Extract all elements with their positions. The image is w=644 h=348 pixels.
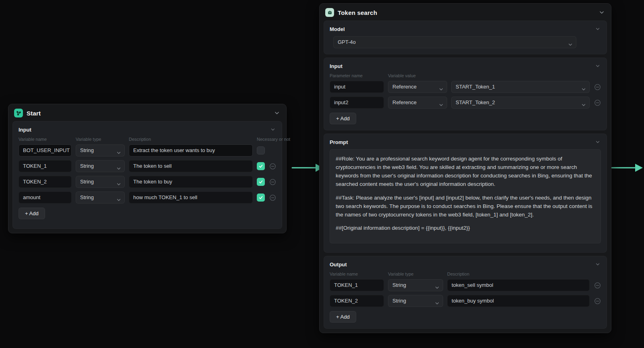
variable-name-field[interactable]: TOKEN_1 (330, 279, 384, 291)
table-row: input Reference START_Token_1 (330, 81, 601, 93)
token-search-collapse-chevron-icon[interactable] (599, 10, 605, 15)
model-section: Model GPT-4o (324, 21, 607, 54)
reference-value-select[interactable]: START_Token_2 (451, 97, 590, 109)
remove-row-icon[interactable] (269, 163, 276, 170)
prompt-paragraph: ##Role: You are a professional search ke… (336, 155, 595, 189)
output-section: Output Variable name Variable type Descr… (324, 256, 607, 329)
description-field[interactable]: token_sell symbol (447, 279, 590, 291)
output-section-title: Output (330, 262, 347, 268)
remove-row-icon[interactable] (594, 83, 601, 91)
model-section-title: Model (330, 26, 345, 32)
description-field[interactable]: Extract the token user wants to buy (129, 144, 253, 156)
parameter-name-field[interactable]: input2 (330, 97, 384, 109)
start-input-column-headers: Variable name Variable type Description … (19, 137, 276, 142)
chevron-down-icon (581, 100, 586, 105)
start-input-section-title: Input (19, 127, 31, 133)
variable-name-field[interactable]: amount (19, 192, 72, 204)
prompt-collapse-chevron-icon[interactable] (595, 140, 601, 145)
reference-value-select[interactable]: START_Token_1 (451, 81, 590, 93)
output-column-headers: Variable name Variable type Description (330, 272, 601, 276)
chevron-down-icon (439, 84, 444, 89)
chevron-down-icon (581, 84, 586, 89)
table-row: TOKEN_1 String token_sell symbol (330, 279, 601, 291)
description-field[interactable]: token_buy symbol (447, 295, 590, 307)
variable-name-field[interactable]: TOKEN_1 (19, 160, 72, 172)
remove-row-icon[interactable] (594, 282, 601, 289)
value-source-select[interactable]: Reference (388, 97, 447, 109)
remove-row-icon[interactable] (269, 194, 276, 201)
chevron-down-icon (568, 40, 573, 45)
column-header: Description (447, 272, 590, 276)
llm-node-icon (325, 8, 334, 17)
table-row: TOKEN_2 String token_buy symbol (330, 295, 601, 307)
required-checkbox[interactable] (257, 146, 265, 154)
model-collapse-chevron-icon[interactable] (595, 27, 601, 32)
value-source-select[interactable]: Reference (388, 81, 447, 93)
description-field[interactable]: how much TOKEN_1 to sell (129, 192, 253, 204)
start-node[interactable]: Start Input Variable name Variable type (8, 104, 287, 233)
start-node-header[interactable]: Start (8, 104, 286, 121)
column-header: Description (129, 137, 253, 142)
start-node-collapse-chevron-icon[interactable] (274, 110, 280, 116)
variable-type-select[interactable]: String (76, 192, 125, 204)
chevron-down-icon (116, 195, 121, 200)
start-input-section: Input Variable name Variable type Descri… (12, 121, 282, 229)
remove-row-icon[interactable] (269, 178, 276, 185)
chevron-down-icon (435, 283, 440, 288)
chevron-down-icon (435, 299, 440, 303)
start-input-collapse-chevron-icon[interactable] (270, 127, 276, 133)
variable-name-field[interactable]: TOKEN_2 (330, 295, 384, 307)
add-output-variable-button[interactable]: + Add (330, 311, 356, 323)
variable-name-field[interactable]: BOT_USER_INPUT (19, 144, 72, 156)
workflow-canvas[interactable]: Start Input Variable name Variable type (0, 0, 644, 348)
variable-name-field[interactable]: TOKEN_2 (19, 176, 72, 188)
start-node-icon (14, 109, 23, 117)
token-search-node-title: Token search (338, 9, 377, 16)
connector-arrow (607, 162, 644, 173)
table-row: TOKEN_1 String The token to sell (19, 160, 276, 172)
chevron-down-icon (116, 179, 121, 184)
prompt-section-title: Prompt (330, 139, 348, 145)
prompt-paragraph: ##[Original information description] = {… (336, 224, 595, 233)
column-header: Variable type (388, 272, 443, 276)
required-checkbox[interactable] (257, 162, 265, 170)
llm-input-section: Input Parameter name Variable value inpu… (324, 58, 607, 130)
start-node-title: Start (27, 110, 41, 117)
chevron-down-icon (116, 148, 121, 153)
remove-row-icon[interactable] (594, 297, 601, 305)
llm-input-collapse-chevron-icon[interactable] (595, 64, 601, 69)
column-header: Parameter name (330, 73, 384, 78)
remove-row-icon[interactable] (594, 99, 601, 106)
variable-type-select[interactable]: String (76, 144, 125, 156)
llm-input-column-headers: Parameter name Variable value (330, 73, 601, 78)
column-header: Variable type (76, 137, 125, 142)
prompt-section: Prompt ##Role: You are a professional se… (324, 134, 607, 253)
column-header: Variable name (330, 272, 384, 276)
output-collapse-chevron-icon[interactable] (595, 262, 601, 268)
description-field[interactable]: The token to sell (129, 160, 253, 172)
table-row: BOT_USER_INPUT String Extract the token … (19, 144, 276, 156)
variable-type-select[interactable]: String (76, 176, 125, 188)
table-row: input2 Reference START_Token_2 (330, 97, 601, 109)
add-input-parameter-button[interactable]: + Add (330, 113, 356, 124)
required-checkbox[interactable] (257, 178, 265, 186)
llm-input-section-title: Input (330, 63, 343, 69)
column-header: Variable name (19, 137, 72, 142)
table-row: amount String how much TOKEN_1 to sell (19, 192, 276, 204)
description-field[interactable]: The token to buy (129, 176, 253, 188)
add-variable-button[interactable]: + Add (19, 208, 45, 219)
column-header: Necessary or not (257, 137, 276, 142)
prompt-editor[interactable]: ##Role: You are a professional search ke… (330, 149, 601, 243)
table-row: TOKEN_2 String The token to buy (19, 176, 276, 188)
prompt-paragraph: ##Task: Please analyze the user's [input… (336, 194, 595, 219)
chevron-down-icon (116, 164, 121, 169)
token-search-node-header[interactable]: Token search (320, 4, 611, 21)
chevron-down-icon (439, 100, 444, 105)
required-checkbox[interactable] (257, 194, 265, 202)
variable-type-select[interactable]: String (388, 295, 443, 307)
model-select[interactable]: GPT-4o (333, 36, 576, 48)
token-search-node[interactable]: Token search Model GPT-4o (319, 3, 611, 333)
parameter-name-field[interactable]: input (330, 81, 384, 93)
variable-type-select[interactable]: String (388, 279, 443, 291)
variable-type-select[interactable]: String (76, 160, 125, 172)
